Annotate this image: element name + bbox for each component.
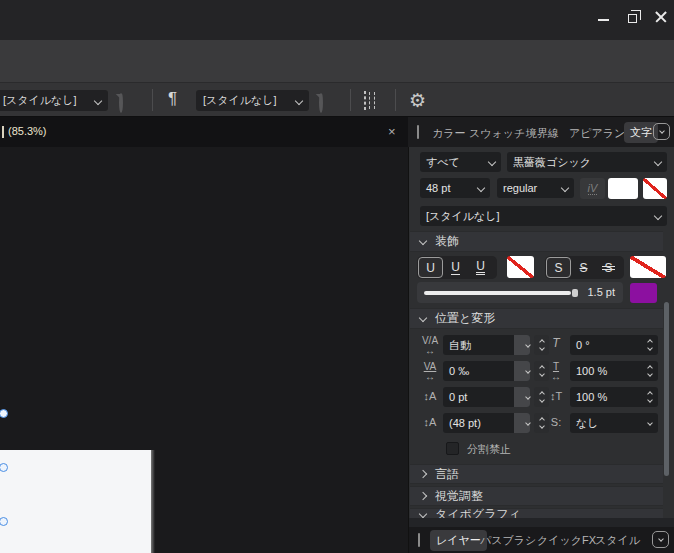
panel-scrollbar[interactable] [664,302,669,476]
kerning-icon: V/A↔ [418,336,442,356]
chevron-down-icon [647,420,653,426]
underline-single-button[interactable]: U [443,257,468,278]
tab-brushes[interactable]: パスブラシ [480,533,536,548]
v-scale-stepper[interactable] [648,392,652,402]
context-divider [152,89,153,111]
font-filter-dropdown[interactable]: すべて [420,152,501,172]
selection-handle-top[interactable] [0,409,8,418]
tab-styles[interactable]: スタイル [595,533,640,548]
selection-handle-middle[interactable] [0,463,8,472]
tab-quickfx[interactable]: クイックFX [537,533,596,548]
underline-color-swatch[interactable] [507,256,534,278]
variable-font-icon: iV [588,182,598,195]
text-fill-color-swatch[interactable] [608,178,638,199]
document-page[interactable] [0,450,151,553]
chevron-down-icon [419,236,427,244]
context-divider [350,89,351,111]
underline-none-label: U [426,261,435,275]
strikethrough-none-button[interactable]: S [546,257,571,278]
document-tab-bar: (85.3%) × [0,117,408,147]
h-scale-stepper[interactable] [648,366,652,376]
decoration-stroke-color-swatch[interactable] [630,283,657,303]
panel-menu-button[interactable] [653,123,670,140]
slider-knob[interactable] [572,289,578,297]
chevron-down-icon [525,394,531,400]
show-special-characters-button[interactable] [364,92,366,110]
underline-group: U U U [417,256,497,279]
context-divider [395,89,396,111]
tracking-dropdown[interactable]: 0 ‰ [443,361,530,381]
tab-layers[interactable]: レイヤー [430,530,487,551]
text-stroke-color-swatch[interactable] [643,178,667,199]
sync-icon [319,92,323,113]
strike-none-label: S [554,261,562,275]
v-scale-input[interactable]: 100 % [570,387,658,407]
sync-icon [119,92,123,113]
tracking-icon: VA↔ [418,362,442,382]
page-shadow [151,450,155,553]
font-size-dropdown[interactable]: 48 pt [420,178,490,198]
h-scale-input[interactable]: 100 % [570,361,658,381]
window-restore-button[interactable] [622,8,642,26]
section-optical-title: 視覚調整 [435,488,483,505]
v-scale-value: 100 % [576,391,607,403]
document-tab-close-button[interactable]: × [388,124,396,139]
baseline-dropdown[interactable]: 0 pt [443,387,530,407]
document-title-fragment [2,126,4,138]
section-language-header[interactable]: 言語 [410,464,663,484]
chevron-down-icon [525,420,531,426]
underline-double-button[interactable]: U [468,257,493,278]
settings-gear-button[interactable]: ⚙ [409,91,426,110]
chevron-down-icon [419,313,427,321]
strikethrough-double-button[interactable]: S [596,257,621,278]
font-name-value: 黒薔薇ゴシック [513,155,591,170]
chevron-down-icon [477,184,485,192]
font-name-dropdown[interactable]: 黒薔薇ゴシック [507,152,667,172]
font-weight-dropdown[interactable]: regular [497,178,574,198]
variable-font-button[interactable]: iV [580,178,605,199]
chevron-down-icon [561,184,569,192]
section-optical-header[interactable]: 視覚調整 [410,486,663,506]
main-toolbar: PNGをエクスポート ? [0,40,674,83]
selection-handle-bottom[interactable] [0,517,8,526]
chevron-down-icon [94,96,102,104]
bottom-panel-menu-button[interactable] [652,531,669,548]
text-style-dropdown[interactable]: [スタイルなし] [420,206,667,226]
leading-dropdown[interactable]: (48 pt) [443,413,530,433]
strikethrough-single-button[interactable]: S [571,257,596,278]
dropdown-segment [514,413,530,433]
reset-character-style-button[interactable] [119,94,123,112]
strikethrough-color-swatch[interactable] [630,256,666,278]
stroke-width-value: 1.5 pt [587,286,615,298]
tab-stroke[interactable]: 境界線 [526,126,559,141]
no-break-checkbox[interactable] [446,442,459,455]
document-tab-title: (85.3%) [8,125,47,137]
tab-swatches[interactable]: スウォッチ [469,126,525,141]
baseline-value: 0 pt [449,391,467,403]
underline-double-label: U [476,260,485,275]
paragraph-style-dropdown[interactable]: [スタイルなし] [196,90,309,111]
shear-input[interactable]: 0 ° [570,335,658,355]
shear-value: 0 ° [576,339,590,351]
character-style-dropdown[interactable]: [スタイルなし] [0,90,108,111]
reset-paragraph-style-button[interactable] [319,94,323,112]
chevron-right-icon [419,492,427,500]
tab-color[interactable]: カラー [432,126,466,141]
window-minimize-button[interactable] [593,8,613,26]
section-decoration-header[interactable]: 装飾 [410,231,663,252]
dropdown-segment [514,361,530,381]
kerning-dropdown[interactable]: 自動 [443,335,530,355]
window-close-button[interactable] [651,8,671,26]
canvas[interactable] [0,147,408,553]
shear-stepper[interactable] [648,340,652,350]
tracking-value: 0 ‰ [449,365,469,377]
underline-none-button[interactable]: U [418,257,443,278]
chevron-down-icon [658,536,664,542]
section-position-header[interactable]: 位置と変形 [410,308,663,329]
panel-drag-handle[interactable] [417,125,419,139]
decoration-stroke-width-slider[interactable]: 1.5 pt [417,282,623,303]
chevron-down-icon [654,212,662,220]
character-style-value: [スタイルなし] [3,93,77,108]
script-dropdown[interactable]: なし [570,413,658,433]
panel-drag-handle[interactable] [418,533,420,547]
